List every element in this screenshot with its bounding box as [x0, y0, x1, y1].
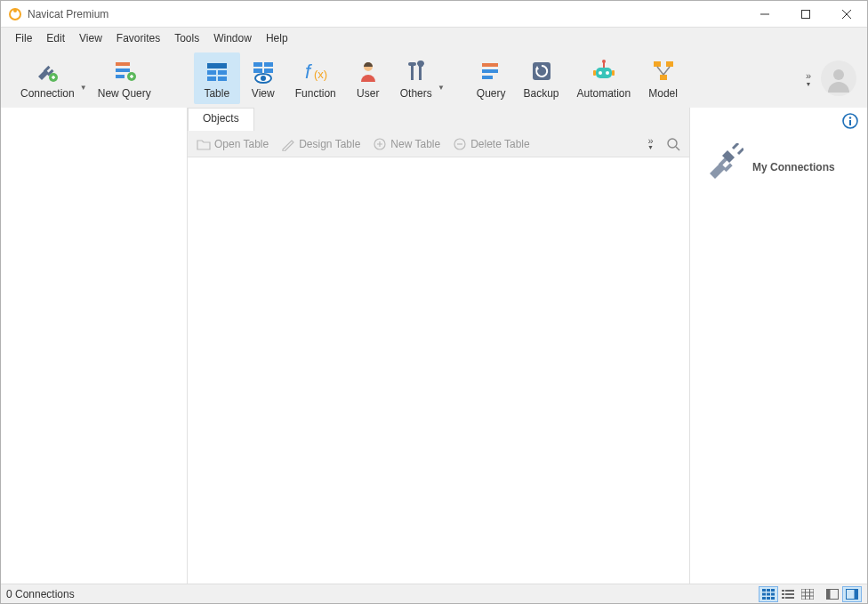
toggle-right-panel-button[interactable]: [842, 586, 862, 602]
menu-favorites[interactable]: Favorites: [109, 29, 167, 47]
svg-point-35: [599, 71, 602, 75]
view-button[interactable]: View: [240, 52, 286, 104]
svg-rect-43: [660, 75, 667, 80]
automation-button[interactable]: Automation: [568, 52, 640, 104]
svg-point-36: [606, 71, 609, 75]
object-list-area[interactable]: [188, 157, 689, 584]
menu-help[interactable]: Help: [259, 29, 295, 47]
svg-rect-59: [767, 589, 770, 592]
minimize-button[interactable]: [744, 1, 785, 28]
function-button[interactable]: f(x) Function: [286, 52, 345, 104]
menu-edit[interactable]: Edit: [39, 29, 72, 47]
svg-rect-65: [767, 597, 770, 600]
main-toolbar: Connection ▼ New Query Table View f(x): [1, 49, 867, 108]
svg-line-50: [676, 147, 679, 150]
minus-circle-icon: [453, 137, 467, 151]
user-button[interactable]: User: [345, 52, 391, 104]
new-table-button[interactable]: New Table: [369, 135, 444, 153]
svg-rect-40: [612, 70, 615, 76]
svg-rect-64: [762, 597, 766, 600]
dropdown-arrow-icon: ▼: [438, 84, 445, 92]
separator: [450, 57, 464, 100]
svg-rect-11: [116, 75, 125, 78]
folder-open-icon: [197, 137, 211, 151]
center-pane: Objects Open Table Design Table New Tabl…: [188, 108, 689, 584]
app-window: Navicat Premium File Edit View Favorites…: [0, 0, 868, 604]
svg-rect-41: [654, 61, 661, 67]
body: Objects Open Table Design Table New Tabl…: [1, 108, 867, 584]
close-button[interactable]: [826, 1, 867, 28]
avatar-icon: [824, 64, 853, 93]
query-icon: [477, 57, 505, 85]
info-button-row: [690, 108, 867, 133]
dropdown-arrow-icon: ▼: [647, 144, 654, 150]
window-controls: [744, 1, 867, 28]
others-button[interactable]: Others ▼: [391, 52, 446, 104]
svg-point-52: [849, 117, 851, 118]
statusbar: 0 Connections: [1, 584, 867, 603]
table-icon: [203, 57, 231, 85]
user-icon: [354, 57, 382, 85]
account-avatar[interactable]: [821, 60, 856, 96]
menu-view[interactable]: View: [72, 29, 109, 47]
view-icon: [249, 57, 277, 85]
tools-icon: [402, 57, 430, 85]
info-pane: My Connections: [689, 108, 867, 584]
menu-window[interactable]: Window: [206, 29, 259, 47]
svg-point-1: [13, 9, 17, 12]
query-button[interactable]: Query: [468, 52, 515, 104]
menu-tools[interactable]: Tools: [167, 29, 206, 47]
detail-icon: [801, 589, 814, 600]
titlebar-title: Navicat Premium: [28, 8, 744, 20]
menu-file[interactable]: File: [8, 29, 39, 47]
design-table-button[interactable]: Design Table: [277, 135, 364, 153]
svg-rect-69: [782, 593, 784, 595]
svg-rect-60: [771, 589, 775, 592]
table-button[interactable]: Table: [194, 52, 240, 104]
svg-line-56: [733, 143, 738, 149]
svg-rect-28: [408, 62, 416, 66]
status-text: 0 Connections: [6, 588, 753, 600]
tab-objects[interactable]: Objects: [188, 108, 254, 131]
delete-table-button[interactable]: Delete Table: [449, 135, 534, 153]
svg-rect-20: [253, 68, 262, 73]
svg-rect-16: [207, 77, 216, 81]
list-icon: [782, 589, 794, 600]
robot-icon: [590, 57, 618, 85]
view-list-button[interactable]: [778, 586, 798, 602]
open-table-button[interactable]: Open Table: [193, 135, 272, 153]
plug-icon: [33, 57, 61, 85]
panel-toggle-group: [823, 586, 862, 602]
svg-rect-30: [482, 63, 498, 67]
svg-rect-13: [207, 63, 227, 68]
grid-icon: [762, 589, 775, 600]
toggle-left-panel-button[interactable]: [823, 586, 842, 602]
info-icon[interactable]: [842, 113, 858, 133]
toolbar-overflow-button[interactable]: » ▼: [800, 70, 817, 87]
svg-line-44: [657, 67, 663, 75]
new-query-button[interactable]: New Query: [89, 52, 160, 104]
svg-rect-81: [855, 589, 858, 599]
svg-text:f: f: [305, 60, 313, 83]
pencil-icon: [281, 137, 295, 151]
svg-rect-79: [827, 589, 831, 599]
svg-point-38: [602, 60, 606, 63]
svg-rect-14: [207, 70, 216, 75]
connections-icon: [701, 143, 743, 189]
object-toolbar: Open Table Design Table New Table Delete…: [188, 131, 689, 157]
titlebar: Navicat Premium: [1, 1, 867, 28]
svg-rect-3: [802, 10, 810, 18]
search-icon: [666, 137, 680, 151]
subtoolbar-overflow-button[interactable]: » ▼: [644, 135, 657, 152]
model-button[interactable]: Model: [639, 52, 687, 104]
maximize-button[interactable]: [785, 1, 826, 28]
view-grid-button[interactable]: [759, 586, 778, 602]
backup-button[interactable]: Backup: [514, 52, 567, 104]
connection-tree-pane[interactable]: [1, 108, 188, 584]
svg-rect-68: [785, 590, 794, 592]
svg-rect-72: [785, 597, 794, 599]
view-detail-button[interactable]: [798, 586, 817, 602]
connection-button[interactable]: Connection ▼: [12, 52, 89, 104]
search-button[interactable]: [663, 135, 684, 153]
dropdown-arrow-icon: ▼: [80, 84, 87, 92]
